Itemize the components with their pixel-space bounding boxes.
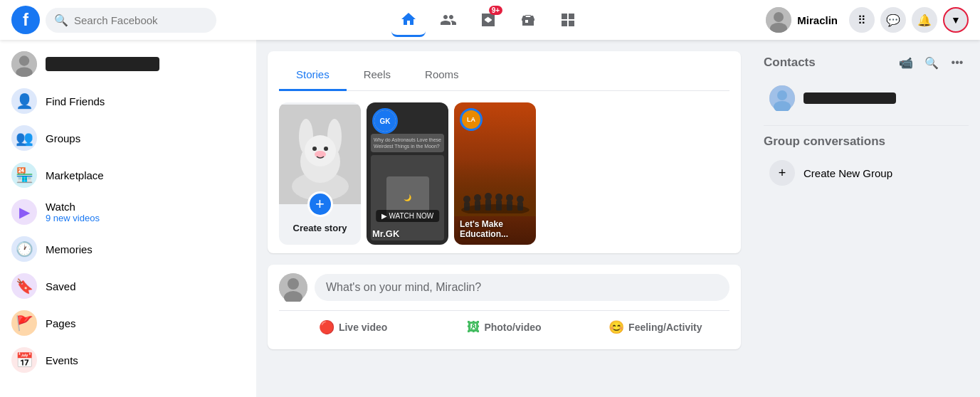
svg-rect-0 (562, 14, 567, 19)
sidebar-item-memories[interactable]: 🕐 Memories (6, 231, 251, 268)
facebook-logo[interactable]: f (11, 6, 40, 34)
create-story-plus-icon[interactable]: + (307, 191, 333, 217)
sidebar-profile[interactable] (6, 46, 251, 83)
tab-stories[interactable]: Stories (279, 60, 347, 91)
svg-rect-1 (569, 14, 574, 19)
groups-icon: 👥 (11, 125, 37, 151)
sidebar-divider (764, 125, 969, 126)
group-conversations-title: Group conversations (764, 134, 969, 149)
post-input-field[interactable]: What's on your mind, Miraclin? (315, 274, 729, 301)
main-content: Stories Reels Rooms (256, 40, 752, 397)
live-video-btn[interactable]: 🔴 Live video (279, 314, 427, 341)
nav-tab-watch[interactable]: 9+ (471, 3, 505, 37)
nav-profile[interactable]: Miraclin (760, 4, 843, 36)
create-story-image (279, 105, 361, 204)
contact-name-1 (804, 92, 896, 104)
memories-label: Memories (46, 243, 93, 255)
stories-list: + Create story GK Why do Astronauts Love… (279, 102, 729, 245)
svg-point-23 (485, 193, 492, 200)
feeling-label: Feeling/Activity (628, 322, 702, 333)
nav-profile-name: Miraclin (797, 14, 838, 26)
post-placeholder: What's on your mind, Miraclin? (326, 281, 481, 293)
sidebar-item-saved[interactable]: 🔖 Saved (6, 268, 251, 305)
photo-label: Photo/video (484, 322, 541, 333)
svg-point-27 (506, 194, 513, 201)
tab-rooms[interactable]: Rooms (408, 60, 476, 91)
messenger-icon-btn[interactable]: 💬 (880, 7, 906, 33)
watch-sublabel: 9 new videos (46, 213, 100, 223)
post-user-avatar (279, 273, 307, 302)
svg-point-29 (517, 196, 524, 203)
story-edu-avatar: LA (460, 108, 483, 131)
sidebar-item-find-friends[interactable]: 👤 Find Friends (6, 83, 251, 120)
create-new-group-btn[interactable]: + Create New Group (764, 154, 969, 191)
find-friends-label: Find Friends (46, 95, 105, 107)
feeling-btn[interactable]: 😊 Feeling/Activity (581, 314, 729, 341)
contact-item-1[interactable] (764, 80, 969, 117)
story-education[interactable]: LA (454, 102, 536, 245)
groups-label: Groups (46, 132, 80, 144)
svg-point-16 (324, 147, 328, 151)
story-mrgk-watch-btn[interactable]: ▶ WATCH NOW (376, 210, 440, 222)
sidebar-item-events[interactable]: 📅 Events (6, 342, 251, 379)
sidebar-item-groups[interactable]: 👥 Groups (6, 120, 251, 157)
svg-point-25 (495, 194, 502, 201)
post-input-row: What's on your mind, Miraclin? (279, 273, 729, 302)
sidebar-item-marketplace[interactable]: 🏪 Marketplace (6, 157, 251, 194)
pages-icon: 🚩 (11, 310, 37, 336)
svg-rect-3 (569, 21, 574, 26)
story-mrgk-avatar: GK (372, 108, 398, 134)
story-mrgk[interactable]: GK Why do Astronauts Love these Weirdest… (367, 102, 448, 245)
contact-avatar-1 (769, 85, 795, 111)
nav-tab-marketplace[interactable] (511, 3, 545, 37)
search-input[interactable] (74, 14, 208, 26)
tab-reels[interactable]: Reels (347, 60, 408, 91)
search-bar[interactable]: 🔍 (46, 8, 216, 33)
photo-video-btn[interactable]: 🖼 Photo/video (430, 314, 578, 341)
marketplace-label: Marketplace (46, 169, 104, 181)
sidebar-item-watch[interactable]: ▶ Watch 9 new videos (6, 194, 251, 231)
grid-icon-btn[interactable]: ⠿ (849, 7, 875, 33)
svg-rect-24 (485, 199, 491, 211)
sidebar-profile-avatar (11, 51, 37, 77)
contacts-title: Contacts (764, 55, 816, 70)
new-chat-btn[interactable]: 📹 (895, 51, 917, 74)
photo-icon: 🖼 (467, 320, 480, 335)
create-group-icon: + (769, 160, 795, 186)
nav-tab-home[interactable] (391, 3, 426, 37)
bunny-illustration (285, 108, 356, 201)
dropdown-icon-btn[interactable]: ▼ (943, 7, 969, 33)
nav-tab-groups[interactable] (551, 3, 585, 37)
svg-point-5 (774, 12, 784, 22)
svg-rect-28 (507, 201, 512, 211)
saved-icon: 🔖 (11, 273, 37, 299)
marketplace-icon: 🏪 (11, 162, 37, 188)
svg-point-19 (463, 196, 470, 203)
svg-rect-20 (464, 202, 470, 211)
story-edu-name: Let's Make Education... (460, 219, 530, 239)
create-story-card[interactable]: + Create story (279, 102, 361, 245)
svg-point-15 (312, 147, 317, 151)
sidebar-item-pages[interactable]: 🚩 Pages (6, 305, 251, 342)
saved-label: Saved (46, 280, 76, 292)
watch-icon: ▶ (11, 199, 37, 225)
stories-card: Stories Reels Rooms (268, 51, 741, 253)
memories-icon: 🕐 (11, 236, 37, 262)
svg-point-17 (315, 151, 326, 158)
left-sidebar: 👤 Find Friends 👥 Groups 🏪 Marketplace ▶ … (0, 40, 256, 397)
search-icon: 🔍 (54, 14, 68, 27)
pages-label: Pages (46, 317, 76, 329)
svg-rect-2 (562, 21, 567, 26)
post-actions: 🔴 Live video 🖼 Photo/video 😊 Feeling/Act… (279, 310, 729, 341)
live-label: Live video (339, 322, 387, 333)
search-contacts-btn[interactable]: 🔍 (920, 51, 943, 74)
svg-point-35 (777, 90, 787, 100)
watch-badge: 9+ (489, 6, 502, 15)
more-contacts-btn[interactable]: ••• (946, 51, 969, 74)
feeling-icon: 😊 (608, 319, 624, 335)
contacts-header: Contacts 📹 🔍 ••• (764, 51, 969, 74)
svg-point-8 (19, 55, 29, 65)
nav-tab-friends[interactable] (431, 3, 465, 37)
post-box: What's on your mind, Miraclin? 🔴 Live vi… (268, 265, 741, 349)
notifications-icon-btn[interactable]: 🔔 (912, 7, 937, 33)
